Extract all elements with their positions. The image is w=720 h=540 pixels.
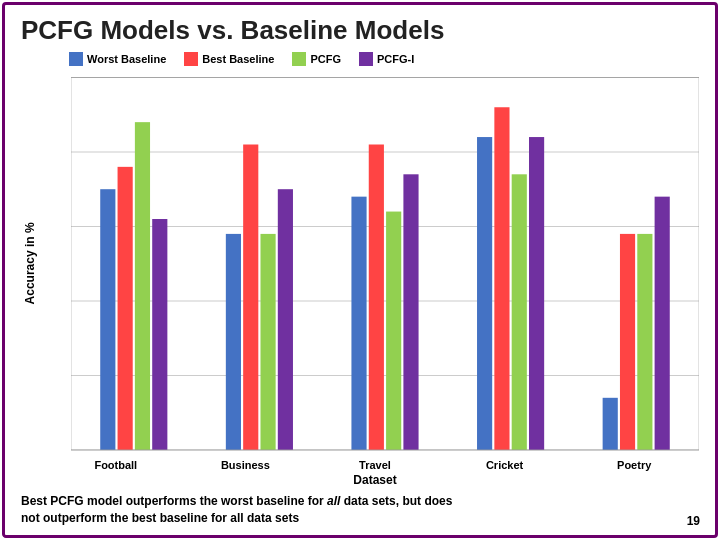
svg-rect-12 — [260, 234, 275, 450]
chart-container: Accuracy in % 5060708090100 — [21, 70, 699, 457]
svg-rect-16 — [386, 212, 401, 450]
legend-color — [184, 52, 198, 66]
legend-label: PCFG — [310, 53, 341, 65]
legend-color — [292, 52, 306, 66]
legend-item-pcfg-i: PCFG-I — [359, 52, 414, 66]
svg-rect-22 — [603, 398, 618, 450]
legend-item-pcfg: PCFG — [292, 52, 341, 66]
slide-container: PCFG Models vs. Baseline Models Worst Ba… — [2, 2, 718, 538]
legend-label: Worst Baseline — [87, 53, 166, 65]
svg-rect-9 — [152, 219, 167, 450]
legend-color — [359, 52, 373, 66]
svg-rect-17 — [403, 174, 418, 450]
slide-number: 19 — [687, 514, 700, 528]
x-label-poetry: Poetry — [594, 459, 674, 471]
x-axis-label: Dataset — [51, 473, 699, 487]
legend-item-worst-baseline: Worst Baseline — [69, 52, 166, 66]
x-label-cricket: Cricket — [465, 459, 545, 471]
svg-rect-25 — [655, 197, 670, 450]
svg-rect-24 — [637, 234, 652, 450]
plot-area: 5060708090100 — [71, 70, 699, 457]
x-labels: FootballBusinessTravelCricketPoetry — [51, 459, 699, 471]
footer-text: Best PCFG model outperforms the worst ba… — [21, 493, 699, 527]
svg-rect-11 — [243, 145, 258, 450]
svg-rect-20 — [512, 174, 527, 450]
svg-rect-6 — [100, 189, 115, 450]
legend-label: PCFG-I — [377, 53, 414, 65]
legend-color — [69, 52, 83, 66]
legend-item-best-baseline: Best Baseline — [184, 52, 274, 66]
svg-rect-15 — [369, 145, 384, 450]
chart-inner: 5060708090100 — [41, 70, 699, 457]
svg-rect-10 — [226, 234, 241, 450]
svg-rect-13 — [278, 189, 293, 450]
svg-rect-18 — [477, 137, 492, 450]
slide-title: PCFG Models vs. Baseline Models — [21, 15, 699, 46]
svg-rect-19 — [494, 107, 509, 450]
x-label-business: Business — [205, 459, 285, 471]
legend: Worst BaselineBest BaselinePCFGPCFG-I — [69, 52, 699, 66]
x-label-football: Football — [76, 459, 156, 471]
x-label-travel: Travel — [335, 459, 415, 471]
chart-area: Worst BaselineBest BaselinePCFGPCFG-I Ac… — [21, 52, 699, 487]
footer-line1: Best PCFG model outperforms the worst ba… — [21, 494, 452, 525]
svg-rect-21 — [529, 137, 544, 450]
svg-rect-7 — [118, 167, 133, 450]
y-axis-label: Accuracy in % — [21, 70, 39, 457]
svg-rect-14 — [351, 197, 366, 450]
legend-label: Best Baseline — [202, 53, 274, 65]
svg-rect-8 — [135, 122, 150, 450]
svg-rect-23 — [620, 234, 635, 450]
